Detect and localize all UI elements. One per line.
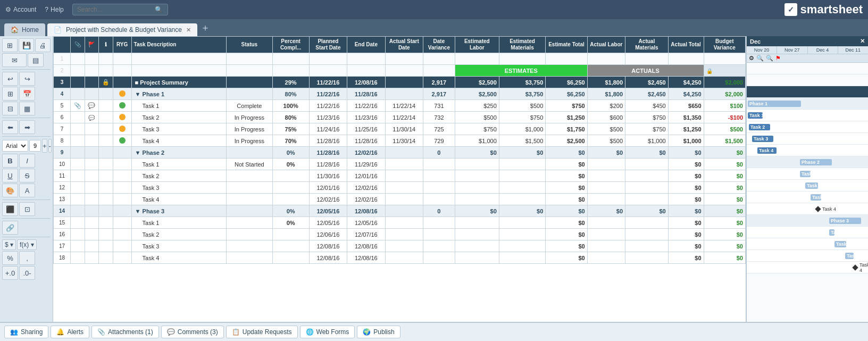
- toolbar-row-format2: U S: [2, 169, 51, 182]
- redo-button[interactable]: ↪: [19, 72, 35, 86]
- text-color-button[interactable]: A: [19, 184, 35, 197]
- gantt-settings-icon[interactable]: ⚙: [749, 55, 754, 62]
- col-header-est-labor: Estimated Labor: [455, 37, 499, 53]
- table-row[interactable]: 16Task 212/06/1612/07/16$0$0$0: [54, 229, 746, 240]
- task-name-cell[interactable]: Task 3: [131, 123, 227, 135]
- font-family-select[interactable]: Arial: [2, 140, 28, 152]
- underline-button[interactable]: U: [2, 169, 18, 182]
- bottom-tab-label: Sharing: [21, 328, 43, 336]
- gantt-button[interactable]: ▦: [19, 102, 35, 115]
- currency-button[interactable]: $ ▾: [2, 239, 16, 250]
- bottom-tab-label: Web Forms: [316, 328, 349, 336]
- table-row[interactable]: 4▼ Phase 180%11/22/1611/28/162,917$2,500…: [54, 88, 746, 100]
- bottom-tab-sharing[interactable]: 👥Sharing: [4, 326, 48, 338]
- table-row[interactable]: 18Task 412/08/1612/08/16$0$0$0: [54, 252, 746, 264]
- task-name-cell[interactable]: Task 4: [131, 194, 227, 205]
- calendar-button[interactable]: 📅: [19, 87, 35, 101]
- gantt-close-button[interactable]: ✕: [860, 38, 865, 45]
- grid-view-button[interactable]: ⊞: [2, 38, 18, 52]
- task-name-cell[interactable]: Task 3: [131, 182, 227, 194]
- indent-button[interactable]: ⬅: [2, 120, 18, 134]
- col-header-planned-start: Planned Start Date: [309, 37, 347, 53]
- table-row[interactable]: 5📎💬Task 1Complete100%11/22/1611/22/1611/…: [54, 100, 746, 112]
- table-row[interactable]: 3🔒■ Project Summary29%11/22/1612/08/162,…: [54, 77, 746, 88]
- spreadsheet[interactable]: 📎 🚩 ℹ RYG Task Description Status Percen…: [53, 36, 746, 322]
- table-row[interactable]: 15Task 10%12/05/1612/05/16$0$0$0: [54, 217, 746, 229]
- table-button[interactable]: ⊞: [2, 87, 18, 101]
- table-row[interactable]: 6💬Task 2In Progress80%11/23/1611/23/1611…: [54, 112, 746, 123]
- task-name-cell[interactable]: Task 2: [131, 112, 227, 123]
- cards-button[interactable]: ⊟: [2, 102, 18, 115]
- add-tab-button[interactable]: ＋: [201, 21, 210, 36]
- decimal-decrease-button[interactable]: .0-: [19, 266, 35, 280]
- fill-color-button[interactable]: ⬛: [2, 202, 18, 216]
- tab-close-icon[interactable]: ✕: [186, 27, 191, 34]
- task-name-cell[interactable]: ▼ Phase 1: [131, 88, 227, 100]
- table-row[interactable]: 17Task 312/08/1612/08/16$0$0$0: [54, 240, 746, 252]
- comma-button[interactable]: ,: [19, 251, 35, 265]
- percent-button[interactable]: %: [2, 251, 18, 265]
- bottom-tab-attachments----[interactable]: 📎Attachments (1): [91, 326, 159, 338]
- task-name-cell[interactable]: Task 2: [131, 229, 227, 240]
- link-button[interactable]: 🔗: [2, 221, 18, 235]
- bottom-tab-comments----[interactable]: 💬Comments (3): [161, 326, 224, 338]
- help-menu[interactable]: ? Help: [45, 6, 63, 13]
- gantt-zoom-in-icon[interactable]: 🔍: [766, 55, 773, 62]
- left-toolbar: ⊞ 💾 🖨 ✉ ▤ ↩ ↪ ⊞ 📅 ⊟ ▦ ⬅ ➡ Arial: [0, 36, 53, 322]
- bottom-tab-web-forms[interactable]: 🌐Web Forms: [300, 326, 355, 338]
- gantt-flag-icon[interactable]: ⚑: [775, 55, 781, 62]
- task-name-cell[interactable]: Task 1: [131, 217, 227, 229]
- print-button[interactable]: 🖨: [35, 38, 51, 52]
- highlight-color-button[interactable]: 🎨: [2, 184, 18, 197]
- decimal-increase-button[interactable]: +.0: [2, 266, 18, 280]
- gantt-row: Task 2: [747, 238, 868, 250]
- filter-button[interactable]: ▤: [28, 53, 44, 67]
- search-box[interactable]: 🔍: [72, 4, 168, 15]
- bold-button[interactable]: B: [2, 154, 18, 168]
- table-row[interactable]: 2ESTIMATESACTUALS🔒: [54, 65, 746, 77]
- table-row[interactable]: 14▼ Phase 30%12/05/1612/08/160$0$0$0$0$0…: [54, 205, 746, 217]
- table-row[interactable]: 7Task 3In Progress75%11/24/1611/25/1611/…: [54, 123, 746, 135]
- font-size-input[interactable]: [29, 140, 41, 152]
- formula-button[interactable]: f(x) ▾: [17, 239, 37, 250]
- gantt-row: Phase 2: [747, 156, 868, 168]
- italic-button[interactable]: I: [19, 154, 35, 168]
- table-row[interactable]: 9▼ Phase 20%11/28/1612/02/160$0$0$0$0$0$…: [54, 147, 746, 159]
- task-name-cell[interactable]: ■ Project Summary: [131, 77, 227, 88]
- bottom-tab-publish[interactable]: 🌍Publish: [357, 326, 400, 338]
- task-name-cell[interactable]: Task 3: [131, 240, 227, 252]
- gantt-row: [747, 63, 868, 74]
- border-button[interactable]: ⊡: [19, 202, 35, 216]
- bottom-tab-update-requests[interactable]: 📋Update Requests: [226, 326, 298, 338]
- task-name-cell[interactable]: ▼ Phase 3: [131, 205, 227, 217]
- save-button[interactable]: 💾: [19, 38, 34, 52]
- table-row[interactable]: 12Task 312/01/1612/02/16$0$0$0: [54, 182, 746, 194]
- task-name-cell[interactable]: Task 2: [131, 170, 227, 182]
- search-input[interactable]: [77, 6, 152, 13]
- font-increase-button[interactable]: +: [42, 139, 47, 153]
- email-button[interactable]: ✉: [2, 53, 27, 67]
- undo-button[interactable]: ↩: [2, 72, 18, 86]
- bottom-tab-alerts[interactable]: 🔔Alerts: [51, 326, 89, 338]
- tab-sheet[interactable]: 📄 Project with Schedule & Budget Varianc…: [47, 23, 197, 36]
- font-decrease-button[interactable]: -: [48, 139, 52, 153]
- table-row[interactable]: 8Task 4In Progress70%11/28/1611/28/1611/…: [54, 135, 746, 147]
- task-name-cell[interactable]: Task 1: [131, 100, 227, 112]
- account-menu[interactable]: ⚙ Account: [5, 6, 36, 13]
- table-row[interactable]: 1: [54, 53, 746, 65]
- task-name-cell[interactable]: Task 1: [131, 159, 227, 170]
- strikethrough-button[interactable]: S: [19, 169, 35, 182]
- gantt-zoom-out-icon[interactable]: 🔍: [756, 55, 764, 62]
- actuals-header-cell: ACTUALS: [587, 65, 704, 77]
- task-name-cell[interactable]: ▼ Phase 2: [131, 147, 227, 159]
- task-name-cell[interactable]: Task 4: [131, 252, 227, 264]
- outdent-button[interactable]: ➡: [19, 120, 35, 134]
- gantt-diamond: [852, 264, 858, 270]
- account-gear-icon: ⚙: [5, 6, 11, 13]
- tab-home[interactable]: 🏠 Home: [4, 23, 45, 36]
- col-header-act-total: Actual Total: [668, 37, 704, 53]
- task-name-cell[interactable]: Task 4: [131, 135, 227, 147]
- table-row[interactable]: 11Task 211/30/1612/01/16$0$0$0: [54, 170, 746, 182]
- table-row[interactable]: 13Task 412/02/1612/02/16$0$0$0: [54, 194, 746, 205]
- table-row[interactable]: 10Task 1Not Started0%11/28/1611/29/16$0$…: [54, 159, 746, 170]
